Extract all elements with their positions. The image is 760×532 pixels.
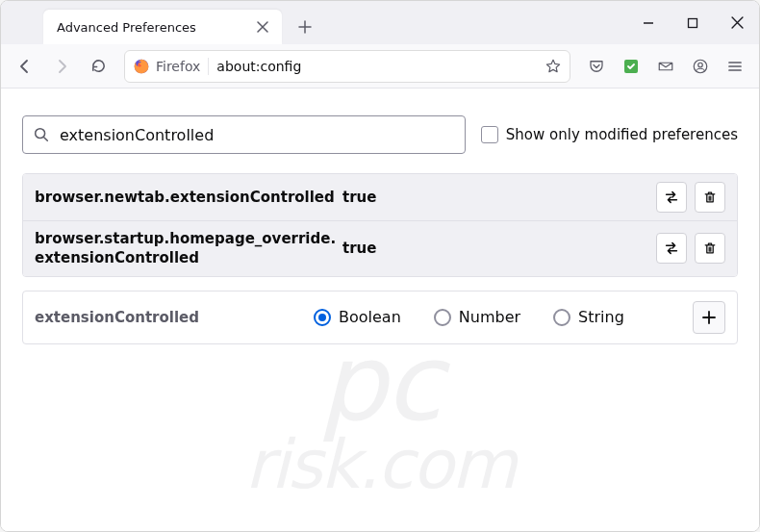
search-row: Show only modified preferences (22, 115, 738, 154)
pref-name: browser.startup.homepage_override.extens… (35, 229, 342, 268)
url-text: about:config (216, 59, 537, 74)
tab-advanced-preferences[interactable]: Advanced Preferences (43, 10, 282, 44)
svg-point-4 (698, 63, 703, 67)
forward-button[interactable] (45, 50, 78, 83)
pref-row[interactable]: browser.startup.homepage_override.extens… (23, 221, 737, 276)
reset-button[interactable] (695, 182, 725, 213)
identity-box[interactable]: Firefox (133, 58, 209, 75)
search-icon (33, 126, 50, 143)
tab-title: Advanced Preferences (57, 20, 253, 35)
firefox-icon (133, 58, 150, 75)
radio-icon (553, 309, 570, 326)
maximize-button[interactable] (671, 1, 715, 44)
account-icon[interactable] (684, 50, 717, 83)
new-pref-name: extensionControlled (35, 309, 314, 326)
toolbar-right (580, 50, 751, 83)
menu-button[interactable] (719, 50, 751, 83)
new-tab-button[interactable] (290, 12, 320, 42)
radio-label: Boolean (339, 308, 401, 326)
trash-icon (702, 241, 718, 256)
nav-toolbar: Firefox about:config (1, 44, 759, 89)
bookmark-star-icon[interactable] (545, 58, 562, 75)
plus-icon (701, 310, 717, 325)
reload-button[interactable] (82, 50, 114, 83)
pref-value: true (342, 189, 656, 206)
window-close-button[interactable] (715, 1, 759, 44)
radio-icon (434, 309, 451, 326)
checkbox-icon (481, 126, 498, 143)
svg-rect-0 (689, 18, 697, 27)
radio-string[interactable]: String (553, 308, 624, 326)
new-pref-row: extensionControlled Boolean Number Strin… (22, 291, 738, 344)
toggle-button[interactable] (656, 233, 687, 264)
pref-actions (656, 233, 725, 264)
pref-row[interactable]: browser.newtab.extensionControlled true (23, 174, 737, 221)
svg-point-5 (36, 129, 45, 139)
close-icon[interactable] (253, 17, 272, 37)
pref-search-box[interactable] (22, 115, 466, 154)
show-modified-label: Show only modified preferences (506, 126, 738, 143)
toggle-button[interactable] (656, 182, 687, 213)
show-modified-toggle[interactable]: Show only modified preferences (481, 126, 738, 143)
mail-icon[interactable] (649, 50, 682, 83)
watermark: pcrisk.com (1, 321, 759, 504)
pref-actions (656, 182, 725, 213)
type-radio-group: Boolean Number String (314, 308, 693, 326)
titlebar: Advanced Preferences (1, 1, 759, 44)
minimize-button[interactable] (626, 1, 671, 44)
browser-window: Advanced Preferences (0, 0, 760, 532)
extension-icon[interactable] (615, 50, 647, 83)
window-controls (626, 1, 759, 44)
back-button[interactable] (9, 50, 41, 83)
add-pref-button[interactable] (693, 301, 725, 334)
radio-number[interactable]: Number (434, 308, 520, 326)
pref-list: browser.newtab.extensionControlled true … (22, 173, 738, 277)
pref-name: browser.newtab.extensionControlled (35, 188, 342, 207)
radio-icon (314, 309, 331, 326)
identity-label: Firefox (156, 59, 200, 74)
swap-icon (663, 189, 680, 206)
radio-label: Number (459, 308, 520, 326)
pref-search-input[interactable] (58, 125, 455, 145)
pref-value: true (342, 240, 656, 257)
radio-boolean[interactable]: Boolean (314, 308, 401, 326)
url-bar[interactable]: Firefox about:config (124, 50, 570, 83)
radio-label: String (578, 308, 624, 326)
about-config-content: Show only modified preferences browser.n… (1, 89, 759, 532)
pocket-icon[interactable] (580, 50, 613, 83)
swap-icon (663, 240, 680, 257)
trash-icon (702, 190, 718, 205)
reset-button[interactable] (695, 233, 725, 264)
